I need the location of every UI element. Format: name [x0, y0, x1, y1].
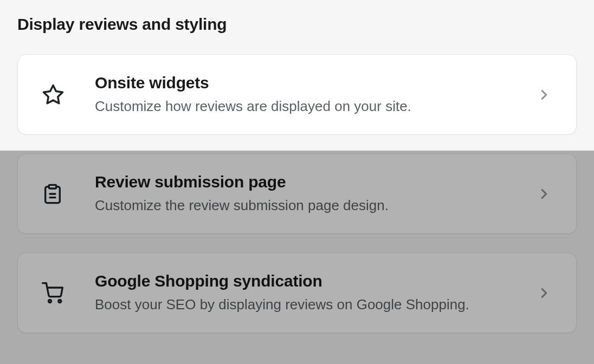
settings-card-list: Onsite widgets Customize how reviews are…: [17, 54, 577, 333]
card-review-submission-page[interactable]: Review submission page Customize the rev…: [17, 153, 577, 234]
svg-point-5: [59, 300, 61, 302]
card-google-shopping-syndication[interactable]: Google Shopping syndication Boost your S…: [17, 252, 577, 333]
star-icon: [42, 83, 71, 106]
card-onsite-widgets[interactable]: Onsite widgets Customize how reviews are…: [17, 54, 577, 135]
card-title: Onsite widgets: [95, 73, 536, 93]
card-body: Onsite widgets Customize how reviews are…: [71, 73, 536, 116]
cart-icon: [42, 282, 71, 304]
card-desc: Customize the review submission page des…: [95, 196, 536, 215]
chevron-right-icon: [536, 285, 552, 301]
card-title: Review submission page: [95, 172, 536, 192]
svg-marker-0: [44, 85, 63, 103]
page-title: Display reviews and styling: [17, 0, 577, 54]
chevron-right-icon: [536, 186, 552, 202]
card-body: Review submission page Customize the rev…: [71, 172, 536, 215]
chevron-right-icon: [536, 87, 552, 103]
svg-point-4: [49, 300, 51, 302]
card-title: Google Shopping syndication: [95, 271, 536, 291]
card-desc: Customize how reviews are displayed on y…: [95, 97, 536, 116]
card-desc: Boost your SEO by displaying reviews on …: [95, 295, 536, 314]
clipboard-icon: [42, 183, 71, 205]
svg-rect-1: [49, 185, 56, 188]
card-body: Google Shopping syndication Boost your S…: [71, 271, 536, 314]
